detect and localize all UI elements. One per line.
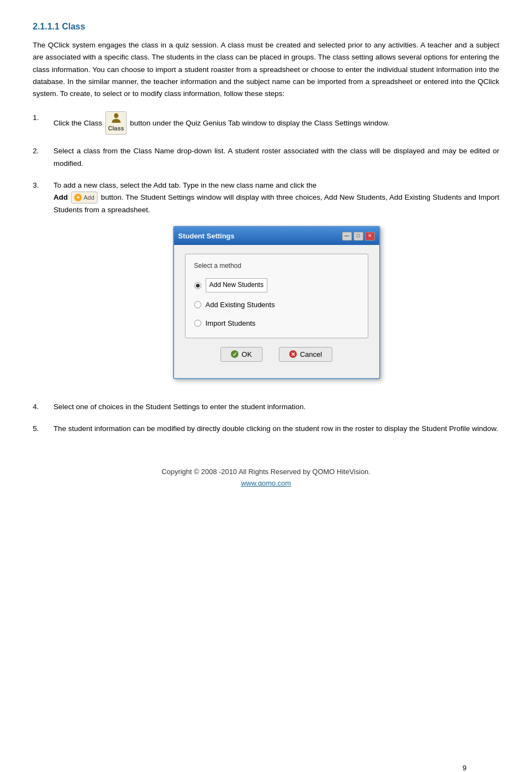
dialog-controls[interactable]: — □ ✕ <box>342 232 375 241</box>
page-number: 9 <box>463 764 467 772</box>
section-heading: 2.1.1.1 Class <box>33 22 499 32</box>
radio-add-new-students[interactable] <box>194 282 201 289</box>
ok-button[interactable]: ✓ OK <box>220 347 262 362</box>
cancel-icon: ✕ <box>289 350 297 358</box>
person-icon <box>111 113 122 123</box>
group-label: Select a method <box>194 261 359 272</box>
x-icon: ✕ <box>291 351 295 357</box>
class-button-image: Class <box>105 111 127 135</box>
step-text-before: Click the Class <box>53 119 102 127</box>
minimize-button[interactable]: — <box>342 232 352 241</box>
step-number: 5. <box>33 423 53 435</box>
list-item: 2. Select a class from the Class Name dr… <box>33 145 499 170</box>
website-link[interactable]: www.qomo.com <box>241 479 291 487</box>
step-text-after: button under the Quiz Genius Tab window … <box>130 119 390 127</box>
import-students-label: Import Students <box>206 318 256 329</box>
radio-option-import[interactable]: Import Students <box>194 318 359 329</box>
steps-list: 1. Click the Class Class button un <box>33 112 499 435</box>
step-number: 1. <box>33 112 53 135</box>
svg-point-0 <box>114 113 118 118</box>
list-item: 3. To add a new class, select the Add ta… <box>33 179 499 391</box>
list-item: 5. The student information can be modifi… <box>33 423 499 435</box>
dialog-title: Student Settings <box>178 230 235 242</box>
step-content: To add a new class, select the Add tab. … <box>53 179 499 391</box>
step-text-after: button. The Student Settings window will… <box>53 193 499 214</box>
step-content: Select a class from the Class Name drop-… <box>53 145 499 170</box>
step-text-before: To add a new class, select the Add tab. … <box>53 181 316 189</box>
checkmark-icon: ✓ <box>232 351 237 357</box>
restore-button[interactable]: □ <box>354 232 363 241</box>
step-content: Click the Class Class button under the Q… <box>53 112 499 135</box>
dialog-footer: ✓ OK ✕ Cancel <box>185 347 368 369</box>
add-new-students-label: Add New Students <box>206 278 267 292</box>
copyright-text: Copyright © 2008 -2010 All Rights Reserv… <box>33 468 499 476</box>
step-number: 4. <box>33 401 53 413</box>
student-settings-dialog-container: Student Settings — □ ✕ Select a method <box>53 226 499 379</box>
ok-label: OK <box>242 350 252 358</box>
add-bold-label: Add <box>53 193 68 201</box>
intro-paragraph: The QClick system engages the class in a… <box>33 39 499 100</box>
add-circle-icon: + <box>74 194 82 201</box>
step-number: 2. <box>33 145 53 170</box>
step-number: 3. <box>33 179 53 391</box>
step-content: The student information can be modified … <box>53 423 499 435</box>
cancel-button[interactable]: ✕ Cancel <box>279 347 332 362</box>
radio-option-add-new[interactable]: Add New Students <box>194 278 359 292</box>
list-item: 4. Select one of choices in the Student … <box>33 401 499 413</box>
class-btn-label: Class <box>108 123 124 133</box>
footer: Copyright © 2008 -2010 All Rights Reserv… <box>33 468 499 487</box>
cancel-label: Cancel <box>300 350 322 358</box>
add-existing-students-label: Add Existing Students <box>206 299 275 310</box>
dialog-titlebar: Student Settings — □ ✕ <box>174 227 379 245</box>
plus-icon: + <box>76 194 80 200</box>
radio-option-add-existing[interactable]: Add Existing Students <box>194 299 359 310</box>
ok-icon: ✓ <box>231 350 238 358</box>
select-method-group: Select a method Add New Students Add Exi… <box>185 254 368 338</box>
step-content: Select one of choices in the Student Set… <box>53 401 499 413</box>
add-button-image: + Add <box>71 191 98 204</box>
add-btn-label: Add <box>83 193 94 202</box>
student-settings-dialog: Student Settings — □ ✕ Select a method <box>173 226 380 379</box>
radio-add-existing-students[interactable] <box>194 301 201 308</box>
radio-import-students[interactable] <box>194 320 201 327</box>
dialog-body: Select a method Add New Students Add Exi… <box>174 245 379 378</box>
list-item: 1. Click the Class Class button un <box>33 112 499 135</box>
close-button[interactable]: ✕ <box>365 232 375 241</box>
